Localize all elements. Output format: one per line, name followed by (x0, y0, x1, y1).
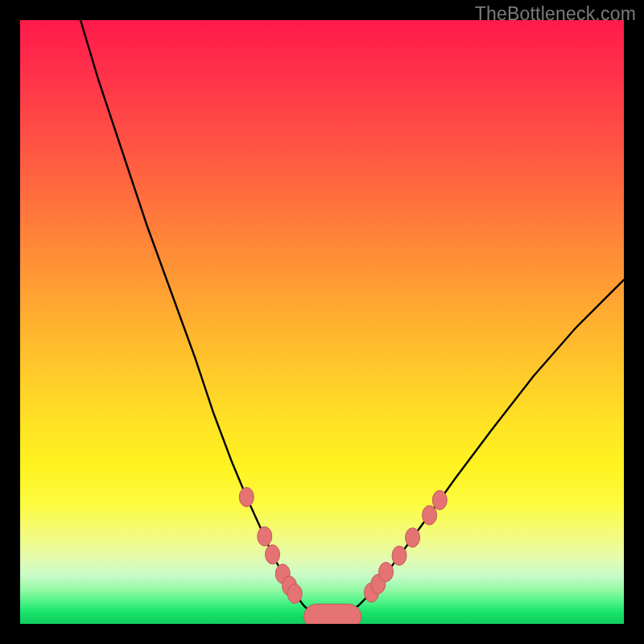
curve-layer (20, 20, 624, 624)
marker-right-6 (432, 490, 447, 510)
chart-frame: TheBottleneck.com (0, 0, 644, 644)
marker-right-5 (423, 506, 437, 525)
flat-band-rect (304, 604, 361, 624)
marker-left-0 (239, 488, 254, 507)
marker-left-5 (287, 584, 302, 604)
marker-left-1 (258, 526, 272, 546)
plot-area (20, 20, 624, 624)
watermark-text: TheBottleneck.com (475, 3, 636, 25)
marker-left-2 (266, 545, 280, 564)
bottleneck-curve (80, 20, 624, 617)
marker-right-4 (406, 528, 420, 547)
marker-right-3 (392, 546, 407, 565)
marker-right-2 (379, 563, 394, 582)
flat-band (304, 604, 361, 624)
markers-left (239, 488, 302, 604)
